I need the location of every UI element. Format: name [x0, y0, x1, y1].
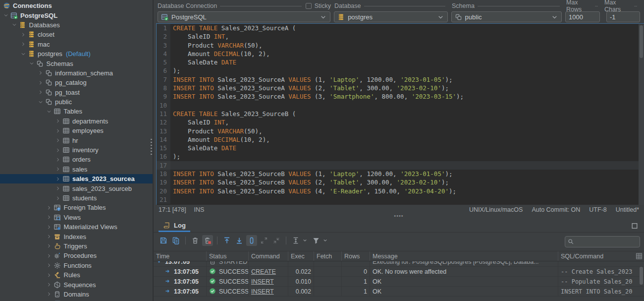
tree-item-inventory[interactable]: inventory [0, 145, 153, 155]
chevron-down-icon[interactable] [28, 60, 36, 67]
arrow-right-icon[interactable] [165, 288, 172, 295]
chevron-right-icon[interactable] [54, 118, 61, 125]
chevron-down-icon[interactable] [322, 238, 328, 243]
log-row[interactable]: 13:07:05SUCCESSCREATE0.0220OK. No rows w… [154, 267, 644, 277]
chevron-right-icon[interactable] [46, 262, 53, 269]
chevron-right-icon[interactable] [54, 175, 61, 182]
auto-commit-status[interactable]: Auto Commit: ON [532, 206, 580, 213]
max-chars-input[interactable] [606, 11, 640, 22]
search-input[interactable] [574, 238, 637, 246]
tree-item-views[interactable]: Views [0, 213, 153, 222]
max-rows-input[interactable] [565, 11, 600, 22]
chevron-right-icon[interactable] [46, 223, 53, 231]
tree-item-mac[interactable]: mac [0, 40, 153, 49]
command-link[interactable]: CREATE [251, 268, 276, 275]
log-row[interactable]: 13:07:05STARTEDExecuting for: PostgreSQL… [154, 261, 644, 267]
chevron-right-icon[interactable] [54, 127, 61, 134]
log-scrollbar-thumb[interactable] [640, 267, 643, 285]
chevron-right-icon[interactable] [19, 31, 27, 38]
editor-scrollbar[interactable] [639, 24, 644, 205]
chevron-down-icon[interactable] [2, 12, 9, 19]
chevron-right-icon[interactable] [37, 69, 44, 77]
row-height-button[interactable] [290, 235, 301, 246]
tree-item-sequences[interactable]: Sequences [0, 280, 153, 289]
chevron-right-icon[interactable] [46, 252, 53, 259]
command-link[interactable]: INSERT [251, 278, 274, 285]
command-link[interactable]: INSERT [251, 288, 274, 295]
tree-item-triggers[interactable]: Triggers [0, 241, 153, 251]
column-header-exec[interactable]: Exec [288, 251, 314, 261]
log-row[interactable]: 13:07:05SUCCESSINSERT0.0021OKINSERT INTO… [154, 287, 644, 297]
column-header-fetch[interactable]: Fetch [314, 251, 342, 261]
chevron-right-icon[interactable] [54, 194, 61, 202]
tree-item-tables[interactable]: Tables [0, 107, 153, 116]
column-header-status[interactable]: Status [207, 251, 249, 261]
chevron-down-icon[interactable] [302, 238, 308, 243]
tree-item-students[interactable]: students [0, 193, 153, 203]
chevron-right-icon[interactable] [54, 185, 61, 192]
tree-item-domains[interactable]: Domains [0, 290, 153, 299]
chevron-right-icon[interactable] [54, 137, 61, 144]
schema-select[interactable]: public [451, 11, 562, 22]
column-header-sql-command[interactable]: SQL/Command [558, 251, 644, 261]
chevron-right-icon[interactable] [37, 79, 44, 86]
copy-button[interactable] [170, 235, 181, 246]
sql-editor[interactable]: 1CREATE TABLE Sales_2023_SourceA (2 Sale… [156, 23, 644, 205]
chevron-right-icon[interactable] [54, 166, 61, 173]
tree-item-rules[interactable]: Rules [0, 270, 153, 280]
chevron-right-icon[interactable] [46, 214, 53, 221]
clear-button[interactable] [190, 235, 201, 246]
chevron-right-icon[interactable] [46, 291, 53, 298]
database-select[interactable]: postgres [334, 11, 447, 22]
editor-scrollbar-thumb[interactable] [640, 25, 643, 58]
horizontal-splitter[interactable]: •••• [154, 213, 644, 219]
column-header-rows[interactable]: Rows [342, 251, 370, 261]
chevron-right-icon[interactable] [46, 204, 53, 211]
chevron-right-icon[interactable] [19, 41, 27, 48]
tree-item-databases[interactable]: Databases [0, 20, 153, 30]
filter-button[interactable] [311, 235, 322, 246]
chevron-down-icon[interactable] [46, 108, 53, 115]
column-header-command[interactable]: Command [249, 251, 288, 261]
chevron-right-icon[interactable] [54, 156, 61, 163]
sticky-checkbox[interactable] [306, 3, 312, 9]
tree-item-pg-toast[interactable]: pg_toast [0, 88, 153, 97]
encoding[interactable]: UTF-8 [589, 206, 606, 213]
splitter-grip[interactable] [151, 139, 152, 156]
tree-item-procedures[interactable]: Procedures [0, 251, 153, 260]
chevron-down-icon[interactable] [19, 50, 27, 58]
auto-clear-button[interactable] [202, 235, 213, 246]
arrow-right-icon[interactable] [165, 268, 172, 275]
tab-log[interactable]: Log [159, 220, 190, 232]
tree-item-employees[interactable]: employees [0, 126, 153, 135]
tree-item-functions[interactable]: Functions [0, 261, 153, 270]
tree-item-orders[interactable]: orders [0, 155, 153, 164]
save-button[interactable] [158, 235, 169, 246]
tree-item-materialized-views[interactable]: Materialized Views [0, 222, 153, 232]
expander-down-icon[interactable] [156, 261, 163, 265]
chevron-right-icon[interactable] [46, 242, 53, 250]
chevron-right-icon[interactable] [46, 271, 53, 279]
log-search[interactable] [565, 236, 640, 247]
tree-item-information-schema[interactable]: information_schema [0, 68, 153, 78]
tree-item-sales-2023-sourceb[interactable]: sales_2023_sourceb [0, 183, 153, 193]
chevron-down-icon[interactable] [11, 21, 18, 29]
maximize-icon[interactable] [631, 222, 638, 229]
table-settings-icon[interactable] [636, 252, 643, 259]
scroll-to-bottom-button[interactable] [234, 235, 245, 246]
tree-item-aggregates[interactable]: Aggregates [0, 299, 153, 301]
chevron-right-icon[interactable] [37, 89, 44, 96]
chevron-right-icon[interactable] [46, 281, 53, 289]
chevron-right-icon[interactable] [46, 233, 53, 241]
log-row[interactable]: 13:07:05SUCCESSINSERT0.0101OK-- Populate… [154, 277, 644, 287]
tree-item-postgresql[interactable]: PostgreSQL [0, 10, 153, 20]
scroll-lock-button[interactable] [246, 235, 257, 246]
tree-item-schemas[interactable]: Schemas [0, 59, 153, 68]
tree-item-indexes[interactable]: Indexes [0, 232, 153, 241]
tree-item-postgres[interactable]: postgres(Default) [0, 49, 153, 59]
connection-select[interactable]: PostgreSQL [158, 11, 330, 22]
scroll-to-top-button[interactable] [221, 235, 232, 246]
tree-item-pg-catalog[interactable]: pg_catalog [0, 78, 153, 87]
tree-item-hr[interactable]: hr [0, 135, 153, 145]
tree-item-foreign-tables[interactable]: Foreign Tables [0, 203, 153, 212]
